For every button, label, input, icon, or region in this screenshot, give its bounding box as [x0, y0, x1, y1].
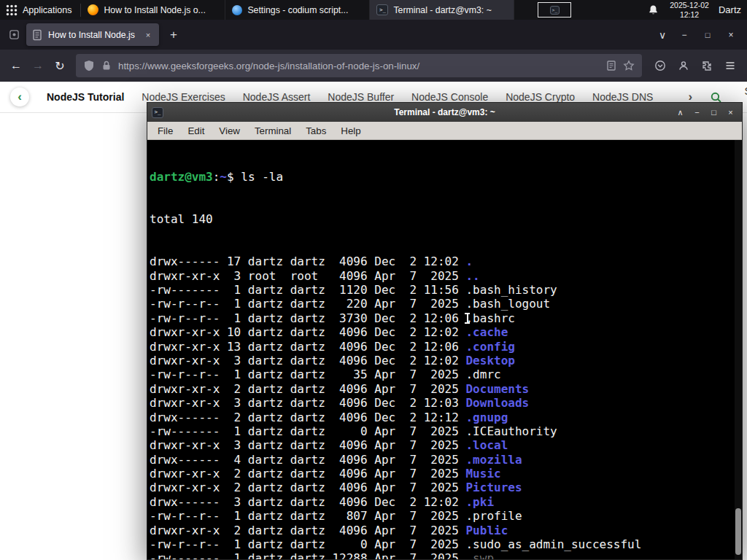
- firefox-icon: [88, 4, 98, 15]
- prompt-dollar: $: [227, 170, 241, 184]
- tab-strip: How to Install Node.js on × + ∨ − □ ×: [0, 20, 747, 50]
- listing-row-details: drwxr-xr-x 3 dartz dartz 4096 Apr 7 2025: [150, 438, 465, 452]
- listing-filename: .local: [465, 438, 508, 452]
- terminal-listing-row: -rw-r--r-- 1 dartz dartz 3730 Dec 2 12:0…: [150, 311, 733, 325]
- terminal-scrollbar-thumb[interactable]: [735, 508, 741, 555]
- terminal-prompt-line: dartz@vm3:~$ ls -la: [150, 170, 733, 184]
- terminal-shade-button[interactable]: ∧: [673, 106, 687, 119]
- menu-tabs[interactable]: Tabs: [298, 122, 333, 139]
- navbar-item-nodejs-dns[interactable]: NodeJS DNS: [592, 91, 653, 103]
- listing-filename: .bash_history: [465, 283, 557, 297]
- terminal-listing-row: drwxr-xr-x 13 dartz dartz 4096 Dec 2 12:…: [150, 340, 733, 354]
- listing-row-details: drwx------ 2 dartz dartz 4096 Dec 2 12:1…: [150, 411, 465, 424]
- prompt-cwd: ~: [220, 170, 227, 184]
- terminal-listing-row: drwxr-xr-x 3 root root 4096 Apr 7 2025 .…: [150, 269, 733, 283]
- browser-minimize-button[interactable]: −: [673, 25, 696, 45]
- listing-filename: .dmrc: [465, 368, 500, 381]
- sign-in-button[interactable]: Sign In: [743, 85, 747, 109]
- terminal-listing-row: drwxr-xr-x 2 dartz dartz 4096 Apr 7 2025…: [150, 524, 733, 537]
- lock-icon: [101, 60, 112, 71]
- reload-button[interactable]: ↻: [50, 55, 70, 76]
- terminal-icon: >_: [376, 4, 388, 15]
- navbar-item-nodejs-assert[interactable]: NodeJS Assert: [243, 91, 311, 103]
- bookmark-star-icon[interactable]: [623, 60, 635, 71]
- navbar-item-nodejs-exercises[interactable]: NodeJS Exercises: [142, 91, 225, 103]
- terminal-title: Terminal - dartz@vm3: ~: [147, 107, 742, 117]
- listing-row-details: drwxr-xr-x 2 dartz dartz 4096 Apr 7 2025: [150, 524, 465, 537]
- navbar-item-nodejs-tutorial[interactable]: NodeJS Tutorial: [47, 91, 124, 103]
- listing-filename: Documents: [465, 382, 529, 396]
- url-bar[interactable]: https://www.geeksforgeeks.org/node-js/in…: [76, 54, 642, 77]
- menu-view[interactable]: View: [212, 122, 247, 139]
- tab-close-button[interactable]: ×: [142, 29, 154, 41]
- vscodium-icon: [232, 5, 242, 15]
- terminal-listing-row: drwxr-xr-x 2 dartz dartz 4096 Apr 7 2025…: [150, 467, 733, 481]
- account-icon: [678, 60, 689, 71]
- listing-filename: Public: [465, 524, 508, 537]
- account-button[interactable]: [673, 55, 694, 77]
- listing-row-details: -rw------- 1 dartz dartz 0 Apr 7 2025: [150, 424, 465, 438]
- navbar-item-nodejs-crypto[interactable]: NodeJS Crypto: [506, 91, 575, 103]
- listing-row-details: drwxr-xr-x 2 dartz dartz 4096 Apr 7 2025: [150, 467, 465, 481]
- terminal-listing-row: drwx------ 17 dartz dartz 4096 Dec 2 12:…: [150, 254, 733, 268]
- workspace-switcher[interactable]: >_: [538, 2, 571, 18]
- terminal-listing-row: drwx------ 2 dartz dartz 4096 Dec 2 12:1…: [150, 411, 733, 424]
- listing-filename: .bash_logout: [465, 297, 550, 311]
- listing-row-details: -rw------- 1 dartz dartz 12288 Apr 7 202…: [150, 551, 465, 559]
- listing-row-details: -rw-r--r-- 1 dartz dartz 35 Apr 7 2025: [150, 368, 465, 381]
- menu-button[interactable]: [719, 55, 741, 77]
- navbar-item-nodejs-buffer[interactable]: NodeJS Buffer: [328, 91, 394, 103]
- terminal-minimize-button[interactable]: −: [690, 106, 704, 119]
- new-tab-button[interactable]: +: [163, 25, 184, 45]
- menu-edit[interactable]: Edit: [180, 122, 212, 139]
- firefox-view-button[interactable]: [4, 26, 23, 44]
- terminal-scrollbar[interactable]: [735, 140, 742, 559]
- terminal-menubar: File Edit View Terminal Tabs Help: [147, 122, 742, 140]
- listing-row-details: drwx------ 3 dartz dartz 4096 Dec 2 12:0…: [150, 495, 465, 509]
- forward-button[interactable]: →: [28, 55, 48, 76]
- listing-filename: Desktop: [465, 354, 514, 368]
- taskbar-window-firefox[interactable]: How to Install Node.js o...: [81, 0, 225, 20]
- puzzle-icon: [701, 60, 713, 71]
- browser-maximize-button[interactable]: □: [696, 25, 719, 45]
- browser-tab[interactable]: How to Install Node.js on ×: [26, 23, 159, 46]
- listing-filename: .sudo_as_admin_successful: [465, 537, 641, 551]
- terminal-listing-row: -rw-r--r-- 1 dartz dartz 0 Apr 7 2025 .s…: [150, 537, 733, 551]
- applications-menu-button[interactable]: Applications: [0, 0, 80, 20]
- terminal-listing-row: drwxr-xr-x 10 dartz dartz 4096 Dec 2 12:…: [150, 325, 733, 339]
- taskbar-window-title: How to Install Node.js o...: [104, 5, 205, 15]
- listing-filename: Pictures: [465, 481, 522, 494]
- back-button[interactable]: ←: [6, 55, 26, 76]
- list-all-tabs-button[interactable]: ∨: [652, 25, 673, 45]
- listing-filename: .profile: [465, 509, 522, 523]
- taskbar-window-vscodium[interactable]: Settings - codium script...: [225, 0, 370, 20]
- terminal-listing-row: -rw------- 1 dartz dartz 1120 Dec 2 11:5…: [150, 283, 733, 297]
- listing-row-details: drwxr-xr-x 3 root root 4096 Apr 7 2025: [150, 269, 465, 283]
- nav-scroll-left-button[interactable]: ‹: [10, 88, 29, 106]
- terminal-window: >_ Terminal - dartz@vm3: ~ ∧ − □ × File …: [147, 102, 743, 560]
- terminal-screen[interactable]: dartz@vm3:~$ ls -la total 140 drwx------…: [147, 140, 742, 559]
- terminal-titlebar[interactable]: >_ Terminal - dartz@vm3: ~ ∧ − □ ×: [147, 103, 742, 122]
- listing-row-details: drwxr-xr-x 3 dartz dartz 4096 Dec 2 12:0…: [150, 354, 465, 368]
- notifications-button[interactable]: [646, 3, 660, 18]
- menu-help[interactable]: Help: [333, 122, 368, 139]
- browser-close-button[interactable]: ×: [719, 25, 743, 45]
- prompt-separator: :: [213, 170, 220, 184]
- menu-file[interactable]: File: [150, 122, 180, 139]
- menu-terminal[interactable]: Terminal: [247, 122, 298, 139]
- terminal-listing-row: -rw-r--r-- 1 dartz dartz 35 Apr 7 2025 .…: [150, 368, 733, 381]
- terminal-maximize-button[interactable]: □: [707, 106, 721, 119]
- listing-row-details: -rw------- 1 dartz dartz 1120 Dec 2 11:5…: [150, 283, 465, 297]
- reader-mode-icon[interactable]: [605, 60, 617, 71]
- navbar-item-nodejs-console[interactable]: NodeJS Console: [411, 91, 488, 103]
- extensions-button[interactable]: [696, 55, 718, 77]
- terminal-close-button[interactable]: ×: [724, 106, 738, 119]
- clock[interactable]: 2025-12-02 12:12: [670, 1, 709, 19]
- terminal-icon: >_: [152, 107, 163, 118]
- listing-filename: .pki: [465, 495, 494, 509]
- terminal-listing-row: drwxr-xr-x 3 dartz dartz 4096 Dec 2 12:0…: [150, 396, 733, 410]
- terminal-listing-row: drwxr-xr-x 2 dartz dartz 4096 Apr 7 2025…: [150, 382, 733, 396]
- terminal-listing: drwx------ 17 dartz dartz 4096 Dec 2 12:…: [150, 254, 733, 559]
- pocket-button[interactable]: [649, 55, 671, 77]
- taskbar-window-terminal[interactable]: >_ Terminal - dartz@vm3: ~: [370, 0, 514, 20]
